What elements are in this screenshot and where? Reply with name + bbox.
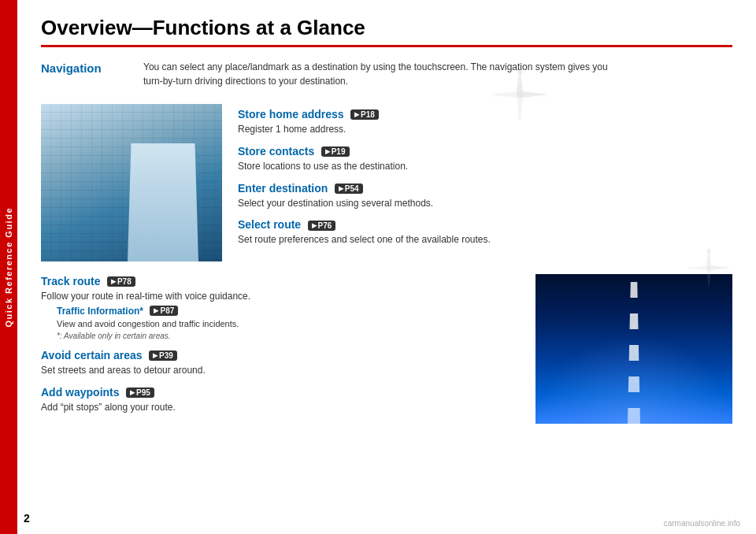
feature-select-route-badge: P76 — [308, 221, 336, 231]
svg-point-13 — [706, 265, 711, 270]
lower-content: Track route P78 Follow your route in rea… — [41, 274, 732, 424]
feature-store-home-badge: P18 — [350, 109, 379, 120]
feature-store-home-desc: Register 1 home address. — [238, 123, 732, 136]
page-title: Overview—Functions at a Glance — [41, 16, 732, 47]
feature-enter-destination-title: Enter destination — [238, 182, 328, 195]
page-number: 2 — [24, 512, 30, 525]
upper-content: Store home address P18 Register 1 home a… — [41, 104, 732, 261]
feature-avoid-areas-desc: Set streets and areas to detour around. — [41, 364, 520, 377]
building-image — [41, 104, 222, 261]
road-image — [536, 274, 732, 424]
sub-feature-traffic: Traffic Information* P87 View and avoid … — [57, 303, 520, 340]
sub-feature-traffic-desc: View and avoid congestion and traffic in… — [57, 318, 520, 330]
features-list: Store home address P18 Register 1 home a… — [238, 104, 732, 261]
lower-features: Track route P78 Follow your route in rea… — [41, 274, 520, 424]
side-tab-label: Quick Reference Guide — [4, 207, 13, 328]
nav-description: You can select any place/landmark as a d… — [143, 60, 732, 88]
feature-enter-destination-badge: P54 — [335, 184, 363, 194]
feature-store-contacts-badge: P19 — [321, 146, 350, 157]
feature-store-home-title: Store home address — [238, 108, 344, 121]
watermark: carmanualsonline.info — [664, 519, 740, 528]
feature-track-route-title: Track route — [41, 275, 100, 287]
feature-enter-destination: Enter destination P54 Select your destin… — [238, 181, 732, 210]
nav-section: Navigation You can select any place/land… — [41, 60, 732, 88]
svg-text:E: E — [725, 265, 728, 270]
feature-add-waypoints-badge: P95 — [126, 388, 154, 398]
svg-text:N: N — [517, 67, 523, 76]
compass-decoration2: N S E W — [685, 244, 732, 291]
svg-text:E: E — [542, 91, 546, 98]
road-glow — [536, 334, 732, 424]
feature-store-home: Store home address P18 Register 1 home a… — [238, 107, 732, 136]
svg-text:S: S — [517, 113, 521, 120]
svg-text:N: N — [706, 247, 710, 254]
sub-feature-traffic-badge: P87 — [150, 306, 178, 316]
main-content: Overview—Functions at a Glance Navigatio… — [17, 0, 756, 534]
sub-feature-traffic-note: *: Available only in certain areas. — [57, 332, 520, 340]
svg-point-4 — [517, 91, 523, 98]
svg-text:S: S — [707, 282, 710, 287]
sub-feature-traffic-title: Traffic Information* — [57, 306, 143, 317]
feature-track-route-desc: Follow your route in real-time with voic… — [41, 290, 520, 303]
feature-add-waypoints: Add waypoints P95 Add “pit stops” along … — [41, 385, 520, 414]
feature-avoid-areas-badge: P39 — [149, 350, 177, 361]
side-tab: Quick Reference Guide — [0, 0, 17, 534]
feature-add-waypoints-desc: Add “pit stops” along your route. — [41, 401, 520, 414]
feature-avoid-areas: Avoid certain areas P39 Set streets and … — [41, 348, 520, 377]
feature-avoid-areas-title: Avoid certain areas — [41, 349, 143, 362]
feature-enter-destination-desc: Select your destination using several me… — [238, 197, 732, 210]
feature-track-route-badge: P78 — [107, 276, 135, 287]
navigation-label: Navigation — [41, 60, 128, 88]
svg-text:W: W — [688, 265, 693, 270]
feature-select-route-title: Select route — [238, 218, 301, 231]
feature-select-route: Select route P76 Set route preferences a… — [238, 217, 732, 247]
feature-store-contacts: Store contacts P19 Store locations to us… — [238, 144, 732, 173]
compass-decoration: N S E W — [488, 63, 551, 126]
building-img-overlay — [41, 104, 222, 261]
feature-add-waypoints-title: Add waypoints — [41, 386, 120, 399]
feature-store-contacts-title: Store contacts — [238, 145, 314, 158]
feature-track-route: Track route P78 Follow your route in rea… — [41, 274, 520, 340]
feature-select-route-desc: Set route preferences and select one of … — [238, 233, 732, 247]
svg-text:W: W — [493, 91, 499, 98]
feature-store-contacts-desc: Store locations to use as the destinatio… — [238, 160, 732, 173]
